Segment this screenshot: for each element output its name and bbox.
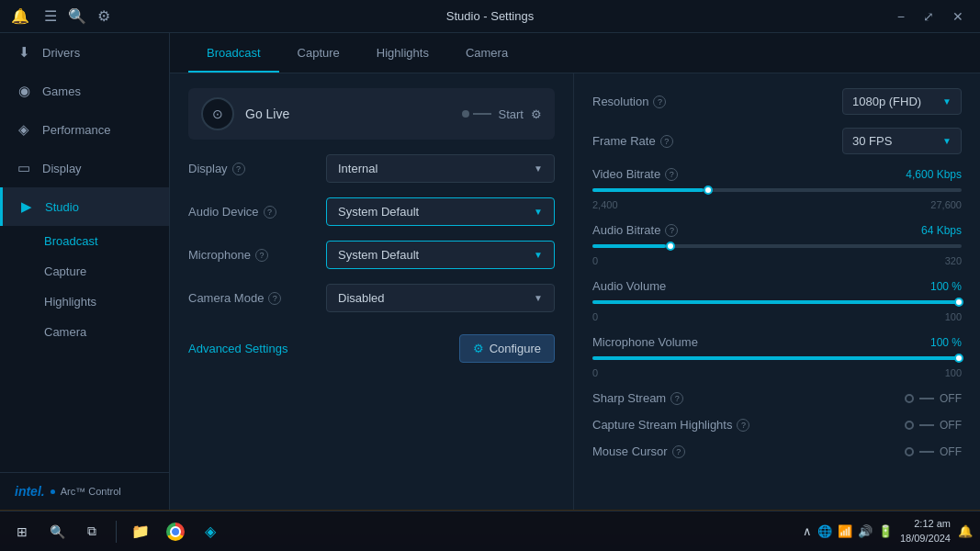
advanced-settings-link[interactable]: Advanced Settings [188,342,287,355]
tab-broadcast[interactable]: Broadcast [188,33,279,73]
intel-logo-text: intel. [15,484,45,499]
camera-mode-help-icon[interactable]: ? [268,292,281,305]
video-bitrate-thumb[interactable] [704,186,713,195]
audio-volume-track[interactable] [592,300,962,304]
chevron-up-icon[interactable]: ∧ [803,524,812,538]
configure-button[interactable]: ⚙ Configure [459,334,555,363]
hamburger-icon[interactable]: ☰ [44,7,57,25]
audio-volume-header: Audio Volume 100 % [592,279,962,293]
sidebar-label-games: Games [42,84,81,98]
go-live-toggle[interactable] [462,110,491,118]
sidebar-item-studio[interactable]: ▶ Studio [0,187,169,226]
mic-volume-thumb[interactable] [954,354,963,363]
capture-highlights-label: Capture Stream Highlights ? [592,418,749,432]
microphone-help-icon[interactable]: ? [255,249,268,262]
title-bar-menu: ☰ 🔍 ⚙ [44,7,110,25]
resolution-label: Resolution ? [592,95,666,108]
sidebar-item-games[interactable]: ◉ Games [0,72,169,110]
restore-button[interactable]: ⤢ [918,7,940,26]
taskbar-app-chrome[interactable] [161,517,190,546]
frame-rate-select[interactable]: 30 FPS ▼ [842,128,962,154]
clock[interactable]: 2:12 am 18/09/2024 [900,517,951,545]
go-live-title: Go Live [245,107,451,121]
left-panel: ⊙ Go Live Start ⚙ [170,73,574,510]
sidebar-item-performance[interactable]: ◈ Performance [0,110,169,149]
capture-highlights-help-icon[interactable]: ? [737,419,749,432]
search-icon[interactable]: 🔍 [68,7,86,25]
go-live-settings-icon[interactable]: ⚙ [531,107,542,121]
blue-app-icon: ◈ [205,523,216,540]
microphone-select[interactable]: System Default ▼ [326,241,555,269]
audio-volume-thumb[interactable] [954,298,963,307]
tab-camera[interactable]: Camera [447,33,526,73]
display-label: Display ? [188,162,317,175]
network-icon[interactable]: 🌐 [817,524,832,538]
mic-volume-value: 100 % [930,336,962,349]
search-button[interactable]: 🔍 [42,517,72,546]
volume-icon[interactable]: 🔊 [858,524,873,538]
camera-mode-label: Camera Mode ? [188,291,317,305]
intel-brand: intel. Arc™ Control [15,484,154,499]
frame-rate-arrow-icon: ▼ [942,136,952,146]
resolution-help-icon[interactable]: ? [653,96,666,108]
audio-bitrate-fill [592,244,666,248]
go-live-circle-icon: ⊙ [201,97,234,130]
video-bitrate-help-icon[interactable]: ? [665,168,678,181]
sharp-stream-help-icon[interactable]: ? [670,392,683,405]
audio-bitrate-thumb[interactable] [666,242,675,251]
settings-icon[interactable]: ⚙ [97,7,110,25]
audio-device-help-icon[interactable]: ? [264,206,276,219]
microphone-row: Microphone ? System Default ▼ [188,241,555,269]
mic-volume-track[interactable] [592,356,962,360]
capture-highlights-toggle[interactable]: OFF [905,419,962,432]
notification-icon[interactable]: 🔔 [958,524,973,538]
mic-volume-header: Microphone Volume 100 % [592,335,962,349]
microphone-label: Microphone ? [188,248,317,262]
minimize-button[interactable]: − [892,7,910,26]
audio-device-select[interactable]: System Default ▼ [326,197,555,226]
sharp-stream-toggle[interactable]: OFF [905,392,962,405]
drivers-icon: ⬇ [15,44,33,61]
video-bitrate-track[interactable] [592,188,962,192]
system-tray-icons: ∧ 🌐 📶 🔊 🔋 [803,524,893,538]
wifi-icon[interactable]: 📶 [838,524,852,538]
sidebar-item-drivers[interactable]: ⬇ Drivers [0,33,169,72]
main-layout: ⬇ Drivers ◉ Games ◈ Performance ▭ Displa… [0,33,980,510]
close-button[interactable]: ✕ [947,7,969,26]
battery-icon[interactable]: 🔋 [878,524,893,538]
mouse-cursor-toggle[interactable]: OFF [905,445,962,458]
start-button[interactable]: ⊞ [7,517,37,546]
display-arrow-icon: ▼ [534,163,543,174]
audio-bitrate-help-icon[interactable]: ? [665,224,678,237]
tab-capture[interactable]: Capture [279,33,358,73]
date-display: 18/09/2024 [900,532,951,545]
taskbar-app-explorer[interactable]: 📁 [126,517,155,546]
frame-rate-label: Frame Rate ? [592,134,673,148]
sidebar-item-display[interactable]: ▭ Display [0,149,169,187]
resolution-select[interactable]: 1080p (FHD) ▼ [842,88,962,115]
camera-mode-select[interactable]: Disabled ▼ [326,284,555,312]
sidebar-item-capture[interactable]: Capture [0,256,169,287]
video-bitrate-range: 2,400 27,600 [592,199,962,210]
sidebar-item-highlights[interactable]: Highlights [0,287,169,317]
audio-bitrate-section: Audio Bitrate ? 64 Kbps 0 320 [592,223,962,266]
resolution-row: Resolution ? 1080p (FHD) ▼ [592,88,962,115]
sidebar-bottom: intel. Arc™ Control [0,472,169,510]
frame-rate-help-icon[interactable]: ? [660,135,673,148]
sidebar-item-broadcast[interactable]: Broadcast [0,226,169,256]
audio-volume-section: Audio Volume 100 % 0 100 [592,279,962,322]
display-setting-row: Display ? Internal ▼ [188,154,555,183]
mouse-cursor-help-icon[interactable]: ? [672,445,685,458]
audio-volume-fill [592,300,962,304]
display-select[interactable]: Internal ▼ [326,154,555,183]
right-panel: Resolution ? 1080p (FHD) ▼ Frame Rate ? [574,73,980,510]
task-view-button[interactable]: ⧉ [77,517,107,546]
configure-gear-icon: ⚙ [473,342,484,355]
display-help-icon[interactable]: ? [232,163,245,175]
camera-mode-arrow-icon: ▼ [534,293,543,303]
taskbar-app-blue[interactable]: ◈ [196,517,225,546]
sidebar-item-camera[interactable]: Camera [0,317,169,347]
audio-bitrate-track[interactable] [592,244,962,248]
tab-highlights[interactable]: Highlights [358,33,447,73]
mic-volume-fill [592,356,962,360]
